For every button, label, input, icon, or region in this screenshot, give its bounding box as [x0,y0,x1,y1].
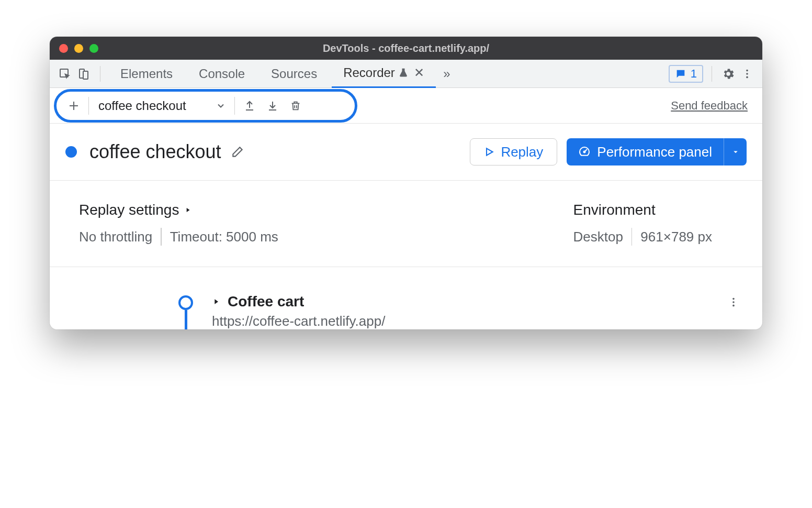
viewport-value: 961×789 px [640,229,712,245]
settings-icon[interactable] [720,66,736,82]
tab-elements[interactable]: Elements [109,60,184,88]
recording-header: coffee checkout Replay Performance panel [50,124,762,181]
step-item: Coffee cart https://coffee-cart.netlify.… [50,293,762,329]
export-button[interactable] [238,95,261,116]
step-url: https://coffee-cart.netlify.app/ [212,313,385,329]
minimize-window[interactable] [74,44,83,53]
messages-badge[interactable]: 1 [669,65,703,83]
device-toggle-icon[interactable] [76,66,92,82]
step-menu-button[interactable] [728,296,739,308]
replay-label: Replay [501,144,543,160]
flask-icon [398,68,409,78]
gauge-icon [578,146,591,158]
chevron-right-icon[interactable] [212,297,220,306]
separator [88,97,89,115]
kebab-menu-icon[interactable] [739,66,755,82]
device-value: Desktop [573,229,623,245]
separator [631,228,633,246]
separator [234,97,235,115]
step-title[interactable]: Coffee cart [228,293,304,310]
svg-point-7 [732,298,735,300]
replay-settings: Replay settings No throttling Timeout: 5… [79,202,278,246]
close-window[interactable] [59,44,68,53]
titlebar: DevTools - coffee-cart.netlify.app/ [50,37,762,60]
inspect-icon[interactable] [57,66,73,82]
window-controls [59,44,98,53]
maximize-window[interactable] [89,44,98,53]
recording-title: coffee checkout [89,141,221,163]
edit-title-button[interactable] [231,145,244,159]
plus-icon [67,100,80,112]
new-recording-button[interactable] [62,95,85,116]
send-feedback-link[interactable]: Send feedback [671,99,748,113]
recording-select[interactable]: coffee checkout [92,98,210,113]
svg-point-4 [746,73,748,75]
upload-icon [243,100,256,112]
step-marker [178,295,193,329]
tab-sources[interactable]: Sources [260,60,329,88]
svg-point-9 [732,305,735,307]
devtools-tabbar: Elements Console Sources Recorder ✕ » 1 [50,60,762,88]
chevron-down-icon [731,147,740,157]
performance-panel-button[interactable]: Performance panel [567,138,724,165]
svg-point-3 [746,69,748,71]
replay-button[interactable]: Replay [470,138,557,165]
steps-list: Coffee cart https://coffee-cart.netlify.… [50,267,762,329]
separator [100,66,100,82]
environment-title: Environment [573,202,712,218]
settings-row: Replay settings No throttling Timeout: 5… [50,181,762,267]
trash-icon [290,100,301,112]
performance-panel-dropdown[interactable] [724,138,747,165]
svg-rect-2 [83,71,88,79]
separator [712,66,712,82]
kebab-icon [728,296,739,308]
chevron-right-icon [184,206,191,214]
replay-settings-title[interactable]: Replay settings [79,202,278,218]
recorder-toolbar: coffee checkout Send feedback [50,88,762,124]
delete-button[interactable] [284,95,307,116]
svg-point-5 [746,76,748,78]
download-icon [266,100,279,112]
status-dot [65,146,77,158]
throttling-value: No throttling [79,229,152,245]
close-tab-icon[interactable]: ✕ [414,65,424,80]
tab-console[interactable]: Console [187,60,256,88]
separator [161,228,162,246]
svg-point-8 [732,301,735,303]
perf-panel-label: Performance panel [597,144,712,160]
environment-settings: Environment Desktop 961×789 px [573,202,712,246]
window-title: DevTools - coffee-cart.netlify.app/ [50,42,762,54]
import-button[interactable] [261,95,284,116]
play-icon [484,147,494,157]
performance-panel-group: Performance panel [567,138,747,165]
devtools-window: DevTools - coffee-cart.netlify.app/ Elem… [50,37,762,329]
message-icon [675,68,686,80]
timeout-value: Timeout: 5000 ms [170,229,278,245]
more-tabs-icon[interactable]: » [439,66,455,82]
svg-point-6 [584,151,585,153]
messages-count: 1 [691,67,697,81]
chevron-down-icon[interactable] [210,101,231,111]
tab-recorder[interactable]: Recorder ✕ [332,60,436,88]
pencil-icon [231,145,244,159]
